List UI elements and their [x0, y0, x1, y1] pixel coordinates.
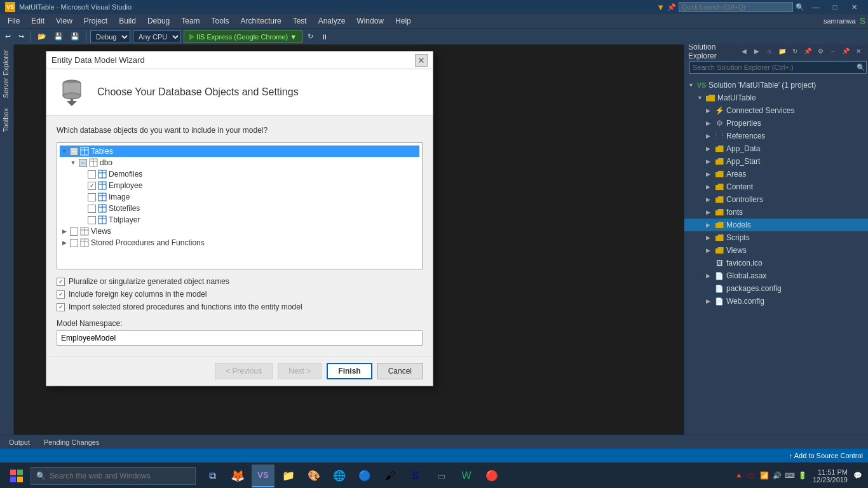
se-settings-button[interactable]: ⚙ — [815, 46, 826, 57]
employee-checkbox[interactable]: ✓ — [88, 182, 96, 190]
option-cb-2[interactable]: ✓ — [57, 290, 65, 299]
se-content-item[interactable]: ▶ Content — [684, 180, 868, 193]
se-solution-item[interactable]: ▼ VS Solution 'MatUITable' (1 project) — [684, 79, 868, 92]
se-views-item[interactable]: ▶ Views — [684, 244, 868, 257]
menu-debug[interactable]: Debug — [142, 14, 175, 28]
tray-icon-1[interactable]: 🔺 — [734, 471, 744, 481]
pending-changes-tab[interactable]: Pending Changes — [37, 437, 105, 447]
se-refresh-button[interactable]: ↻ — [789, 46, 801, 57]
menu-help[interactable]: Help — [390, 14, 416, 28]
quick-launch-input[interactable] — [679, 2, 793, 12]
se-back-button[interactable]: ◀ — [738, 46, 750, 57]
menu-tools[interactable]: Tools — [207, 14, 234, 28]
tree-image-row[interactable]: Image — [78, 191, 419, 203]
refresh-button[interactable]: ↻ — [305, 32, 316, 41]
taskbar-search-input[interactable] — [50, 471, 190, 480]
start-button[interactable] — [5, 464, 28, 487]
close-button[interactable]: ✕ — [845, 1, 863, 13]
se-search-input[interactable] — [689, 61, 867, 74]
se-folder-button[interactable]: 📁 — [776, 46, 788, 57]
finish-button[interactable]: Finish — [327, 363, 372, 379]
option-cb-1[interactable]: ✓ — [57, 278, 65, 286]
task-view-button[interactable]: ⧉ — [201, 464, 224, 487]
stotefiles-checkbox[interactable] — [88, 205, 96, 213]
se-dock-button[interactable]: 📌 — [802, 46, 813, 57]
tree-demofiles-row[interactable]: Demofiles — [78, 168, 419, 180]
se-minus-button[interactable]: − — [827, 46, 839, 57]
vs-taskbar-button[interactable]: VS — [252, 464, 275, 487]
add-to-source-control[interactable]: ↑ Add to Source Control — [789, 452, 863, 459]
antivirus-icon[interactable]: 🛡 — [747, 471, 757, 481]
notification-icon[interactable]: 💬 — [853, 471, 863, 481]
tree-stotefiles-row[interactable]: Stotefiles — [78, 203, 419, 214]
dbo-checkbox[interactable]: – — [79, 159, 87, 167]
se-areas-item[interactable]: ▶ Areas — [684, 168, 868, 180]
maximize-button[interactable]: □ — [826, 1, 844, 13]
paint-button[interactable]: 🖌 — [379, 464, 402, 487]
menu-test[interactable]: Test — [288, 14, 312, 28]
next-button[interactable]: Next > — [278, 363, 322, 379]
tree-tblplayer-row[interactable]: Tblplayer — [78, 214, 419, 226]
menu-project[interactable]: Project — [79, 14, 112, 28]
tblplayer-checkbox[interactable] — [88, 216, 96, 224]
server-explorer-tab[interactable]: Server Explorer — [0, 44, 13, 103]
menu-edit[interactable]: Edit — [26, 14, 50, 28]
se-appstart-item[interactable]: ▶ App_Start — [684, 155, 868, 168]
option-cb-3[interactable]: ✓ — [57, 303, 65, 311]
open-file-button[interactable]: 📂 — [35, 32, 49, 41]
tree-employee-row[interactable]: ✓ Employee — [78, 180, 419, 191]
pause-button[interactable]: ⏸ — [318, 32, 330, 41]
clock-area[interactable]: 11:51 PM 12/23/2019 — [813, 468, 848, 484]
se-pin-button[interactable]: 📌 — [840, 46, 851, 57]
run-button[interactable]: IIS Express (Google Chrome) ▼ — [184, 30, 302, 43]
menu-analyze[interactable]: Analyze — [313, 14, 351, 28]
menu-team[interactable]: Team — [176, 14, 205, 28]
tree-views-row[interactable]: ▶ Views — [60, 226, 419, 237]
menu-build[interactable]: Build — [114, 14, 141, 28]
se-connected-services-item[interactable]: ▶ ⚡ Connected Services — [684, 104, 868, 117]
dialog-close-button[interactable]: ✕ — [415, 54, 428, 67]
se-matuitable-item[interactable]: ▼ MatUITable — [684, 92, 868, 104]
menu-architecture[interactable]: Architecture — [236, 14, 287, 28]
redo-button[interactable]: ↪ — [16, 32, 27, 41]
se-packages-item[interactable]: ▶ 📄 packages.config — [684, 282, 868, 295]
se-scripts-item[interactable]: ▶ Scripts — [684, 231, 868, 244]
word-button[interactable]: W — [455, 464, 478, 487]
se-models-item[interactable]: ▶ Models — [684, 219, 868, 231]
tree-tables-row[interactable]: ▼ – Tables — [60, 146, 419, 157]
views-checkbox[interactable] — [70, 227, 78, 236]
save-button[interactable]: 💾 — [51, 32, 65, 41]
previous-button[interactable]: < Previous — [215, 363, 273, 379]
terminal-button[interactable]: ▭ — [430, 464, 452, 487]
chrome-button[interactable]: 🔵 — [353, 464, 376, 487]
tables-expand-icon[interactable]: ▼ — [60, 147, 69, 156]
browser1-button[interactable]: 🌐 — [328, 464, 351, 487]
se-forward-button[interactable]: ▶ — [751, 46, 763, 57]
firefox-button[interactable]: 🦊 — [226, 464, 249, 487]
menu-file[interactable]: File — [3, 14, 25, 28]
keyboard-icon[interactable]: ⌨ — [785, 471, 795, 481]
se-close-button[interactable]: ✕ — [853, 46, 864, 57]
skype-button[interactable]: S — [404, 464, 427, 487]
se-home-button[interactable]: ⌂ — [764, 46, 775, 57]
cancel-button[interactable]: Cancel — [377, 363, 423, 379]
se-global-item[interactable]: ▶ 📄 Global.asax — [684, 269, 868, 282]
se-controllers-item[interactable]: ▶ Controllers — [684, 193, 868, 206]
tree-dbo-row[interactable]: ▼ – dbo — [69, 157, 419, 168]
photoeditor-button[interactable]: 🎨 — [302, 464, 325, 487]
chrome2-button[interactable]: 🔴 — [480, 464, 503, 487]
volume-icon[interactable]: 🔊 — [772, 471, 782, 481]
tables-checkbox[interactable]: – — [70, 147, 78, 156]
minimize-button[interactable]: — — [807, 1, 825, 13]
se-favicon-item[interactable]: ▶ 🖼 favicon.ico — [684, 257, 868, 269]
se-webconfig-item[interactable]: ▶ 📄 Web.config — [684, 295, 868, 308]
image-checkbox[interactable] — [88, 193, 96, 201]
menu-window[interactable]: Window — [351, 14, 389, 28]
namespace-input[interactable] — [57, 330, 423, 346]
menu-view[interactable]: View — [51, 14, 78, 28]
dbo-expand-icon[interactable]: ▼ — [69, 158, 78, 167]
se-fonts-item[interactable]: ▶ fonts — [684, 206, 868, 219]
se-references-item[interactable]: ▶ ⋮⋮ References — [684, 130, 868, 142]
output-tab[interactable]: Output — [3, 437, 36, 447]
demofiles-checkbox[interactable] — [88, 170, 96, 179]
